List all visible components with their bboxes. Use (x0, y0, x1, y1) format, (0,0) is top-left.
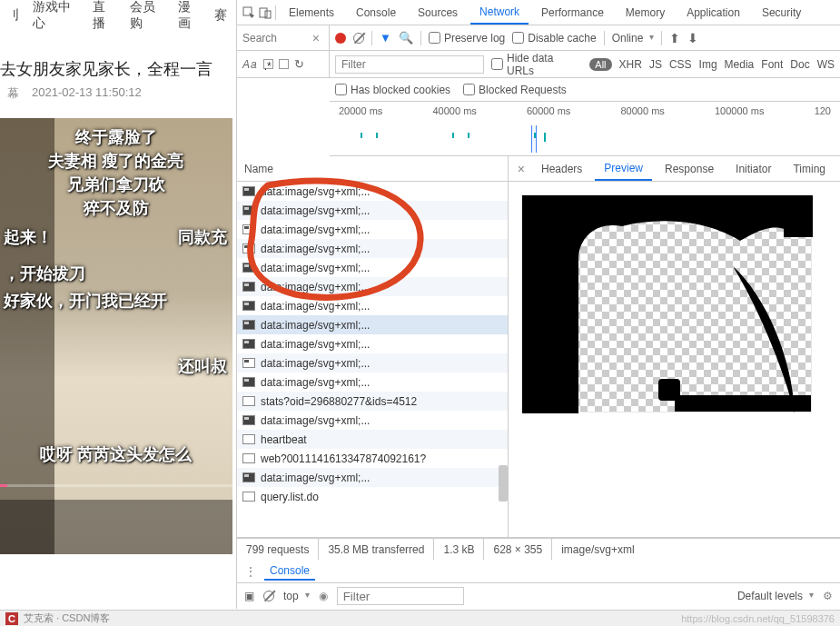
filter-type-css[interactable]: CSS (669, 58, 692, 71)
console-settings-icon[interactable]: ⚙ (823, 590, 833, 602)
filter-type-all[interactable]: All (589, 58, 611, 71)
clear-icon[interactable] (353, 33, 364, 44)
filter-type-font[interactable]: Font (761, 58, 783, 71)
blocked-requests-checkbox[interactable]: Blocked Requests (463, 84, 567, 96)
tab-console[interactable]: Console (347, 0, 405, 25)
download-har-icon[interactable]: ⬇ (687, 31, 698, 45)
detail-tab-headers[interactable]: Headers (532, 156, 591, 181)
nav-item[interactable]: 直播 (93, 0, 116, 32)
search-icon[interactable]: 🔍 (399, 31, 413, 45)
close-icon[interactable]: × (309, 31, 323, 45)
file-icon (242, 224, 255, 234)
request-row[interactable]: data:image/svg+xml;... (237, 411, 508, 430)
preview-image (521, 194, 812, 412)
match-case-icon[interactable]: Aa (242, 58, 258, 71)
blocked-cookies-checkbox[interactable]: Has blocked cookies (335, 84, 450, 96)
live-expression-icon[interactable]: ◉ (319, 590, 328, 602)
filter-type-js[interactable]: JS (649, 58, 662, 71)
file-icon (242, 377, 255, 387)
filter-input[interactable] (335, 55, 484, 74)
scrollbar-thumb[interactable] (499, 465, 508, 502)
request-row[interactable]: data:image/svg+xml;... (237, 353, 508, 373)
request-row[interactable]: data:image/svg+xml;... (237, 277, 508, 296)
video-player[interactable]: 终于露脸了 夫妻相 瘦了的金亮 兄弟们拿刀砍 猝不及防 起来！ 同款充 ，开始拔… (0, 118, 232, 554)
file-icon (242, 243, 255, 253)
nav-item[interactable]: 漫画 (178, 0, 202, 32)
request-list[interactable]: data:image/svg+xml;...data:image/svg+xml… (237, 182, 508, 537)
file-icon (242, 472, 255, 482)
tab-network[interactable]: Network (470, 0, 529, 25)
request-row[interactable]: data:image/svg+xml;... (237, 182, 508, 201)
detail-tab-timing[interactable]: Timing (784, 156, 835, 181)
nav-item[interactable]: 游戏中心 (33, 0, 80, 32)
tab-sources[interactable]: Sources (409, 0, 467, 25)
hide-data-urls-checkbox[interactable]: Hide data URLs (491, 52, 582, 77)
request-row[interactable]: query.list.do (237, 487, 508, 506)
request-row[interactable]: data:image/svg+xml;... (237, 296, 508, 315)
filter-type-img[interactable]: Img (699, 58, 717, 71)
request-row[interactable]: data:image/svg+xml;... (237, 468, 508, 487)
detail-tab-preview[interactable]: Preview (595, 156, 652, 181)
tab-application[interactable]: Application (677, 0, 749, 25)
file-icon (242, 434, 255, 444)
request-row[interactable]: data:image/svg+xml;... (237, 201, 508, 220)
detail-tab-response[interactable]: Response (656, 156, 723, 181)
console-sidebar-icon[interactable]: ▣ (244, 590, 254, 602)
drawer-menu-icon[interactable]: ⋮ (244, 564, 257, 579)
request-name: data:image/svg+xml;... (261, 185, 370, 198)
request-row[interactable]: heartbeat (237, 430, 508, 449)
console-tab[interactable]: Console (264, 562, 315, 581)
throttling-select[interactable]: Online (612, 32, 655, 45)
video-title: 去女朋友家见家长，全程一言 (0, 31, 234, 85)
devtools-panel: Elements Console Sources Network Perform… (236, 0, 840, 609)
taskbar: C 艾克索 · CSDN博客 https://blog.csdn.net/qq_… (0, 610, 840, 626)
request-row[interactable]: data:image/svg+xml;... (237, 239, 508, 258)
device-toolbar-icon[interactable] (259, 6, 272, 19)
request-row[interactable]: web?0011141613347874092161? (237, 449, 508, 468)
detail-tab-initiator[interactable]: Initiator (726, 156, 780, 181)
preserve-log-checkbox[interactable]: Preserve log (429, 32, 505, 45)
filter-type-ws[interactable]: WS (817, 58, 835, 71)
request-name: data:image/svg+xml;... (261, 414, 370, 427)
record-icon[interactable] (335, 33, 346, 44)
execution-context-select[interactable]: top (283, 590, 310, 602)
search-label[interactable]: Search (242, 32, 309, 45)
nav-item[interactable]: 赛 (214, 7, 227, 24)
file-icon (242, 396, 255, 406)
filter-type-media[interactable]: Media (725, 58, 755, 71)
request-row[interactable]: data:image/svg+xml;... (237, 373, 508, 392)
filter-toggle-icon[interactable]: ▼ (380, 31, 391, 45)
console-filter-input[interactable] (337, 587, 464, 605)
request-name: data:image/svg+xml;... (261, 319, 370, 332)
detail-tabs: × Headers Preview Response Initiator Tim… (509, 156, 840, 182)
search-input-box[interactable] (279, 59, 289, 69)
request-name: data:image/svg+xml;... (261, 472, 370, 484)
request-row[interactable]: data:image/svg+xml;... (237, 220, 508, 239)
tab-performance[interactable]: Performance (532, 0, 613, 25)
danmaku-text: ，开始拔刀 (0, 262, 232, 286)
waterfall-overview[interactable]: 20000 ms 40000 ms 60000 ms 80000 ms 1000… (330, 102, 840, 156)
request-row[interactable]: stats?oid=296880277&ids=4512 (237, 392, 508, 411)
close-detail-icon[interactable]: × (514, 162, 529, 176)
filter-type-xhr[interactable]: XHR (619, 58, 642, 71)
upload-har-icon[interactable]: ⬆ (669, 31, 680, 45)
request-row[interactable]: data:image/svg+xml;... (237, 258, 508, 277)
request-row[interactable]: data:image/svg+xml;... (237, 334, 508, 353)
video-progress-bar[interactable] (0, 484, 232, 487)
column-header-name[interactable]: Name (237, 156, 508, 182)
tab-elements[interactable]: Elements (280, 0, 343, 25)
refresh-icon[interactable]: ↻ (294, 57, 304, 71)
meta-time: 2021-02-13 11:50:12 (32, 85, 142, 102)
tab-memory[interactable]: Memory (617, 0, 674, 25)
filter-type-doc[interactable]: Doc (790, 58, 809, 71)
console-clear-icon[interactable] (263, 591, 274, 601)
log-levels-select[interactable]: Default levels (737, 590, 814, 602)
nav-item[interactable]: 刂 (7, 7, 20, 24)
regex-icon[interactable]: .* (263, 59, 273, 69)
inspect-element-icon[interactable] (242, 6, 255, 19)
request-detail-panel: × Headers Preview Response Initiator Tim… (509, 156, 840, 537)
tab-security[interactable]: Security (753, 0, 810, 25)
nav-item[interactable]: 会员购 (130, 0, 165, 32)
request-row[interactable]: data:image/svg+xml;... (237, 315, 508, 334)
disable-cache-checkbox[interactable]: Disable cache (512, 32, 596, 45)
